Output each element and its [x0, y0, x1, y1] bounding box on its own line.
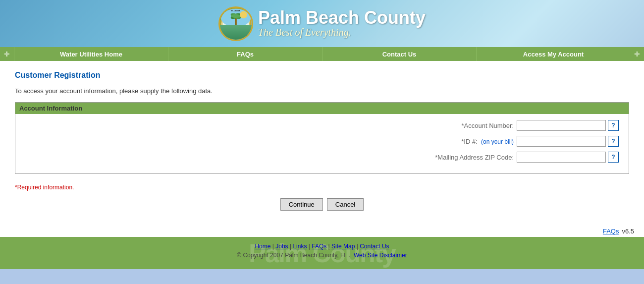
account-number-row: *Account Number: ?	[25, 120, 619, 131]
header: PALM BEACH COUNTY FLORIDA Palm Beach Cou…	[0, 0, 644, 47]
zip-code-input[interactable]	[517, 152, 606, 163]
account-number-input[interactable]	[517, 120, 606, 131]
svg-point-9	[240, 11, 247, 18]
id-number-row: *ID #: (on your bill) ?	[25, 136, 619, 147]
zip-code-row: *Mailing Address ZIP Code: ?	[25, 152, 619, 163]
required-note: *Required information.	[15, 184, 629, 191]
footer-sitemap-link[interactable]: Site Map	[331, 243, 355, 250]
footer-contact-link[interactable]: Contact Us	[360, 243, 389, 250]
tagline: The Best of Everything.	[258, 27, 426, 38]
zip-code-label: *Mailing Address ZIP Code:	[435, 154, 514, 161]
footer-home-link[interactable]: Home	[255, 243, 270, 250]
continue-button[interactable]: Continue	[280, 198, 323, 211]
nav-bar: ✛ Water Utilities Home FAQs Contact Us A…	[0, 47, 644, 61]
account-info-body: *Account Number: ? *ID #: (on your bill)…	[15, 114, 629, 173]
nav-faqs[interactable]: FAQs	[168, 47, 322, 61]
svg-text:PALM BEACH COUNTY: PALM BEACH COUNTY	[223, 35, 249, 37]
version-text: v6.5	[622, 227, 634, 235]
cancel-button[interactable]: Cancel	[327, 198, 364, 211]
copyright-text: © Copyright 2007 Palm Beach County, FL .	[237, 252, 350, 259]
intro-text: To access your account information, plea…	[15, 87, 629, 95]
svg-rect-5	[235, 17, 237, 28]
bottom-area	[0, 269, 644, 284]
id-number-label: *ID #: (on your bill)	[461, 138, 514, 145]
id-number-input[interactable]	[517, 136, 606, 147]
nav-water-utilities-home[interactable]: Water Utilities Home	[14, 47, 168, 61]
faqs-footer-link[interactable]: FAQs	[603, 227, 619, 235]
account-number-label: *Account Number:	[462, 122, 514, 129]
nav-contact-us[interactable]: Contact Us	[322, 47, 476, 61]
zip-code-help-button[interactable]: ?	[608, 152, 619, 163]
footer: Palm County Home | Jobs | Links | FAQs |…	[0, 237, 644, 269]
id-required: *	[461, 138, 464, 145]
svg-text:FLORIDA: FLORIDA	[231, 9, 240, 12]
main-content: Customer Registration To access your acc…	[0, 61, 644, 226]
footer-copyright: © Copyright 2007 Palm Beach County, FL .…	[0, 252, 644, 259]
id-on-bill-note: (on your bill)	[481, 138, 514, 145]
logo-text: Palm Beach County The Best of Everything…	[258, 9, 426, 38]
button-row: Continue Cancel	[15, 198, 629, 211]
footer-links: Home | Jobs | Links | FAQs | Site Map | …	[0, 243, 644, 250]
zip-required: *	[435, 154, 437, 161]
footer-disclaimer-link[interactable]: Web Site Disclaimer	[354, 252, 407, 259]
account-info-box: Account Information *Account Number: ? *…	[15, 102, 629, 174]
svg-point-8	[231, 14, 240, 17]
intro-text-content: To access your account information, plea…	[15, 87, 213, 95]
svg-rect-4	[221, 28, 251, 38]
nav-move-left-icon[interactable]: ✛	[0, 47, 14, 61]
id-number-help-button[interactable]: ?	[608, 136, 619, 147]
page-title: Customer Registration	[15, 71, 629, 80]
nav-move-right-icon[interactable]: ✛	[630, 47, 644, 61]
account-number-required: *	[462, 122, 464, 129]
account-info-header: Account Information	[15, 103, 629, 114]
county-seal: PALM BEACH COUNTY FLORIDA	[218, 6, 253, 41]
svg-rect-3	[221, 25, 251, 38]
county-name: Palm Beach County	[258, 9, 426, 27]
nav-access-my-account[interactable]: Access My Account	[476, 47, 630, 61]
footer-faqs-link[interactable]: FAQs	[312, 243, 326, 250]
account-number-help-button[interactable]: ?	[608, 120, 619, 131]
faqs-line: FAQs v6.5	[0, 226, 644, 237]
footer-links-link[interactable]: Links	[293, 243, 307, 250]
footer-jobs-link[interactable]: Jobs	[275, 243, 288, 250]
